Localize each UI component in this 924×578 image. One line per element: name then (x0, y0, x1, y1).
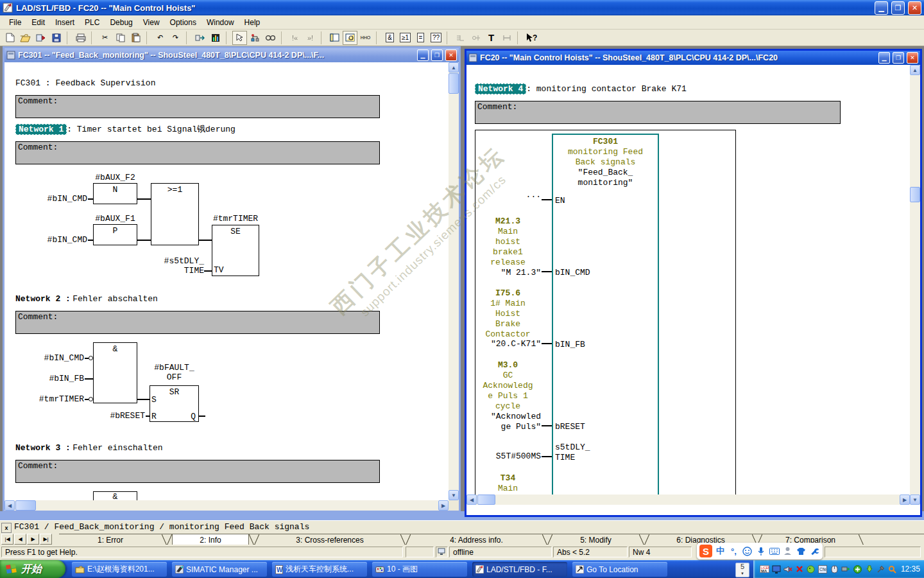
network2-header[interactable]: Network 2 : Fehler abschalten (15, 294, 158, 304)
network-overview-icon[interactable]: HHO (358, 31, 373, 45)
network-connections-icon[interactable] (248, 31, 262, 45)
tray-license-icon[interactable]: LICENMA (760, 564, 769, 574)
tray-volume-muted-icon[interactable] (783, 564, 792, 574)
taskbar-clock[interactable]: 12:35 (901, 565, 920, 574)
scroll-thumb[interactable] (449, 73, 459, 94)
operand-tmr-timer-2[interactable]: #tmrTIMER (13, 394, 84, 404)
menu-debug[interactable]: Debug (105, 17, 137, 28)
skin-icon[interactable] (796, 545, 807, 557)
operand-aux-f2[interactable]: #bAUX_F2 (93, 173, 137, 182)
param3-value[interactable]: S5T#500MS (475, 451, 541, 461)
tab-last-button[interactable]: ▶| (40, 534, 52, 545)
network4-comment-box[interactable]: Comment: (475, 101, 841, 124)
and-gate-icon[interactable]: & (382, 31, 397, 45)
operand-s5tdly[interactable]: #s5tDLY_ TIME (121, 256, 204, 276)
assign-icon[interactable]: = (413, 31, 428, 45)
param0-address[interactable]: M21.3 (475, 216, 541, 226)
sr-box[interactable]: SR S R Q (150, 385, 199, 422)
fc301-titlebar[interactable]: FC301 -- "Feed_Back_monitoring" -- ShouS… (4, 48, 459, 62)
redo-icon dis[interactable]: ↷ (168, 31, 183, 45)
param2-address[interactable]: M3.0 (475, 360, 541, 370)
close-button[interactable]: ✕ (908, 1, 921, 15)
menu-plc[interactable]: PLC (80, 17, 105, 28)
network1-comment-box[interactable]: Comment: (15, 141, 380, 164)
scroll-right-arrow[interactable]: ▶ (900, 495, 910, 505)
download-icon[interactable] (33, 31, 48, 45)
close-branch-icon[interactable] (499, 31, 514, 45)
fc20-close-button[interactable]: ✕ (907, 52, 918, 64)
profile-icon[interactable] (782, 545, 793, 557)
task-lad-stl-fbd[interactable]: LAD/STL/FBD - F... (472, 562, 567, 577)
restore-button[interactable]: ❐ (891, 1, 905, 15)
tray-search-icon[interactable] (887, 564, 897, 574)
and-box-partial[interactable]: & (93, 491, 137, 500)
tab-next-button[interactable]: ▶ (27, 534, 39, 545)
fc20-restore-button[interactable]: ❐ (893, 52, 904, 64)
tray-cfe-icon[interactable]: Cfe (817, 564, 827, 574)
new-document-icon[interactable] (3, 31, 17, 45)
scroll-up-arrow[interactable]: ▲ (449, 62, 459, 73)
monitor-glasses-icon[interactable] (263, 31, 278, 45)
download-station-icon[interactable] (193, 31, 207, 45)
tab-prev-button[interactable]: ◀ (14, 534, 26, 545)
menu-view[interactable]: View (138, 17, 165, 28)
menu-insert[interactable]: Insert (50, 17, 80, 28)
scroll-left-arrow[interactable]: ◀ (4, 500, 15, 511)
language-bar[interactable]: 5▼ (735, 563, 749, 577)
overview-icon[interactable] (343, 31, 357, 45)
selection-mode-icon[interactable] (232, 31, 247, 45)
operand-bin-cmd-2[interactable]: #bIN_CMD (21, 235, 87, 245)
tray-device-icon[interactable] (829, 564, 839, 574)
tray-display-icon[interactable] (771, 564, 781, 574)
tray-antivirus-icon[interactable] (853, 564, 862, 574)
task-word-document[interactable]: W 浅析天车控制系统... (272, 562, 367, 577)
voice-input-icon[interactable] (755, 545, 766, 557)
keyboard-icon[interactable] (769, 545, 780, 557)
param0-symbol[interactable]: "M 21.3" (475, 268, 541, 277)
goto-previous-error-icon[interactable]: !« (287, 31, 302, 45)
network4-header[interactable]: Network 4: monitoring contactor Brake K7… (475, 84, 687, 94)
copy-icon[interactable] (113, 31, 128, 45)
param2-symbol[interactable]: "Acknowled ge Puls" (475, 412, 541, 432)
menu-file[interactable]: File (4, 17, 26, 28)
network3-comment-box[interactable]: Comment: (15, 460, 380, 483)
or-gate-icon[interactable]: ≥1 (398, 31, 413, 45)
scroll-thumb[interactable] (477, 495, 495, 505)
and-box[interactable]: & (93, 342, 137, 403)
task-simatic-manager[interactable]: SIMATIC Manager ... (172, 562, 267, 577)
scroll-down-arrow[interactable]: ▼ (910, 495, 920, 505)
tray-error-icon[interactable] (794, 564, 804, 574)
emoji-icon[interactable] (742, 545, 753, 557)
network2-comment-box[interactable]: Comment: (15, 311, 380, 334)
tray-messenger-icon[interactable] (806, 564, 816, 574)
fc301-hscrollbar[interactable]: ◀ ▶ (4, 500, 449, 511)
split-view-icon[interactable] (327, 31, 342, 45)
se-timer-box[interactable]: SE TV (212, 225, 259, 276)
fc301-close-button[interactable]: ✕ (445, 49, 457, 61)
operand-bin-fb[interactable]: #bIN_FB (17, 374, 84, 383)
param1-symbol[interactable]: "20.C-K71" (475, 339, 541, 349)
binary-input-icon[interactable] (453, 31, 468, 45)
menu-options[interactable]: Options (165, 17, 201, 28)
scroll-right-arrow[interactable]: ▶ (438, 500, 449, 511)
paste-icon[interactable] (128, 31, 143, 45)
tray-safely-remove-icon[interactable] (841, 564, 851, 574)
fc20-titlebar[interactable]: FC20 -- "Main Control Hoists" -- ShouSte… (466, 51, 920, 65)
or-box[interactable]: >=1 (151, 183, 199, 245)
sogou-logo-icon[interactable]: S (699, 545, 712, 557)
block-comment-box[interactable]: Comment: (15, 95, 380, 118)
scroll-thumb[interactable] (15, 500, 36, 511)
operand-bin-cmd[interactable]: #bIN_CMD (17, 353, 84, 363)
tray-update-icon[interactable] (864, 564, 874, 574)
save-icon[interactable] (49, 31, 64, 45)
operand-aux-f1[interactable]: #bAUX_F1 (93, 214, 137, 223)
fc301-vscrollbar[interactable]: ▲ ▼ (449, 62, 459, 500)
tab-first-button[interactable]: |◀ (1, 534, 13, 545)
operand-bin-cmd-1[interactable]: #bIN_CMD (21, 194, 87, 204)
fc301-minimize-button[interactable]: ▁ (417, 49, 429, 61)
open-branch-icon[interactable]: T (484, 31, 499, 45)
param4-address[interactable]: T34 (475, 473, 541, 483)
undo-icon[interactable]: ↶ (153, 31, 167, 45)
block-header[interactable]: FC301 : Feedback Supervision (15, 78, 155, 88)
monitor-chart-icon[interactable] (208, 31, 223, 45)
